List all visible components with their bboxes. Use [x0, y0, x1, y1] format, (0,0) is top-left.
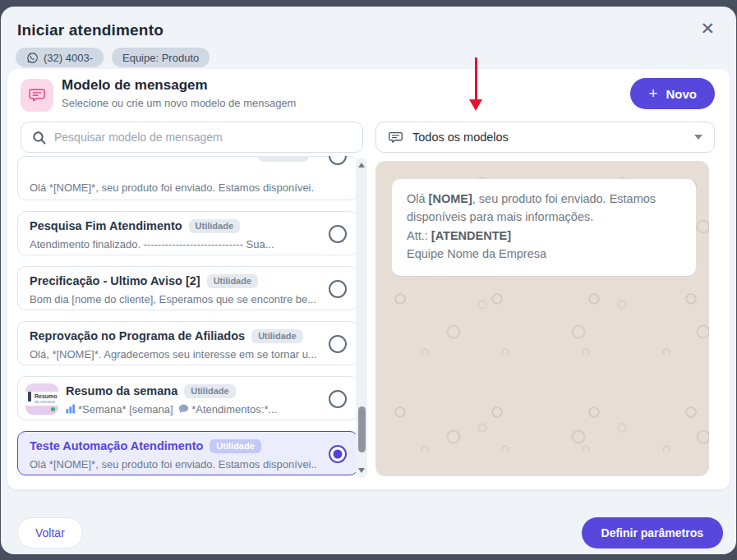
bar-chart-icon: [66, 404, 76, 414]
radio-button[interactable]: [329, 156, 347, 165]
modal-title: Iniciar atendimento: [17, 21, 164, 39]
template-thumbnail: Resumo da semana: [25, 383, 58, 415]
search-icon: [32, 131, 47, 145]
category-badge: Utilidade: [210, 439, 260, 453]
define-parameters-button[interactable]: Definir parâmetros: [582, 517, 723, 549]
radio-button-selected[interactable]: [329, 445, 347, 463]
template-search: [21, 122, 363, 153]
radio-button[interactable]: [329, 335, 347, 353]
whatsapp-icon: [26, 52, 39, 64]
phone-chip: (32) 4003-: [16, 48, 104, 67]
scroll-up-icon[interactable]: [358, 163, 365, 168]
filter-selected-value: Todos os modelos: [412, 131, 509, 144]
category-badge: Utilidade: [251, 329, 302, 343]
category-badge: Utilidade: [184, 384, 235, 398]
section-subtitle: Selecione ou crie um novo modelo de mens…: [62, 97, 296, 109]
template-item-teste-automacao[interactable]: Teste Automação AtendimentoUtilidade Olá…: [17, 431, 358, 475]
template-filter-dropdown[interactable]: Todos os modelos: [375, 122, 715, 153]
speech-bubble-icon: [178, 404, 189, 414]
radio-button[interactable]: [329, 280, 347, 298]
annotation-arrow: [475, 57, 477, 100]
chat-filter-icon: [388, 130, 403, 145]
back-button[interactable]: Voltar: [17, 517, 83, 549]
new-template-label: Novo: [666, 87, 698, 101]
template-desc: Olá *[NOME]*, seu produto foi enviado. E…: [30, 181, 313, 194]
category-badge: Utilidade: [189, 219, 240, 233]
thumbnail-figure: [28, 392, 31, 402]
template-preview-pane: Olá [NOME], seu produto foi enviado. Est…: [375, 161, 709, 476]
scrollbar-thumb[interactable]: [358, 406, 366, 452]
search-input[interactable]: [21, 122, 362, 152]
nome-placeholder: [NOME]: [429, 192, 472, 205]
template-item-pesquisa-fim[interactable]: Pesquisa Fim AtendimentoUtilidade Atendi…: [17, 211, 358, 255]
template-desc: Bom dia [nome do cliente], Esperamos que…: [30, 293, 318, 305]
template-picker-card: Modelo de mensagem Selecione ou crie um …: [7, 69, 730, 489]
section-title: Modelo de mensagem: [62, 77, 208, 94]
template-item-clipped[interactable]: Olá *[NOME]*, seu produto foi enviado. E…: [17, 156, 358, 200]
atendente-placeholder: [ATENDENTE]: [431, 229, 511, 242]
template-title: Pesquisa Fim Atendimento: [30, 219, 182, 232]
team-chip: Equipe: Produto: [112, 48, 210, 67]
plus-icon: +: [648, 85, 657, 103]
context-chips: (32) 4003- Equipe: Produto: [16, 48, 210, 67]
message-preview-bubble: Olá [NOME], seu produto foi enviado. Est…: [392, 179, 696, 276]
template-desc: *Semana* [semana] *Atendimentos:*...: [66, 403, 318, 415]
signature-line: Equipe Nome da Empresa: [407, 247, 546, 260]
thumbnail-dot: [51, 407, 55, 411]
template-title: Reprovação no Programa de Afiliados: [30, 329, 245, 342]
template-title: Precificação - Ultimo Aviso [2]: [30, 274, 200, 287]
template-item-precificacao[interactable]: Precificação - Ultimo Aviso [2]Utilidade…: [17, 266, 358, 310]
new-template-button[interactable]: + Novo: [630, 78, 715, 109]
list-scrollbar[interactable]: [356, 158, 367, 478]
start-service-modal: Iniciar atendimento ✕ (32) 4003- Equipe:…: [1, 7, 736, 554]
radio-button[interactable]: [329, 390, 347, 408]
clipped-badge: [258, 156, 309, 162]
team-chip-label: Equipe: Produto: [122, 52, 199, 64]
phone-chip-label: (32) 4003-: [44, 52, 93, 64]
template-item-resumo-semana[interactable]: Resumo da semana Resumo da semanaUtilida…: [17, 376, 358, 420]
template-desc: Atendimento finalizado. ----------------…: [30, 238, 318, 250]
template-title: Resumo da semana: [66, 384, 177, 397]
template-item-reprovacao[interactable]: Reprovação no Programa de AfiliadosUtili…: [17, 321, 358, 365]
template-desc: Olá *[NOME]*, seu produto foi enviado. E…: [30, 458, 318, 470]
template-desc: Olá, *[NOME]*. Agradecemos seu interesse…: [30, 348, 318, 360]
radio-button[interactable]: [329, 225, 347, 243]
category-badge: Utilidade: [207, 274, 258, 288]
message-template-icon: [21, 79, 53, 112]
template-list: Olá *[NOME]*, seu produto foi enviado. E…: [17, 156, 358, 478]
template-title: Teste Automação Atendimento: [30, 439, 203, 452]
chevron-down-icon: [694, 135, 702, 140]
annotation-arrow-head: [469, 99, 482, 111]
scroll-down-icon[interactable]: [358, 468, 365, 473]
close-icon[interactable]: ✕: [700, 20, 715, 37]
